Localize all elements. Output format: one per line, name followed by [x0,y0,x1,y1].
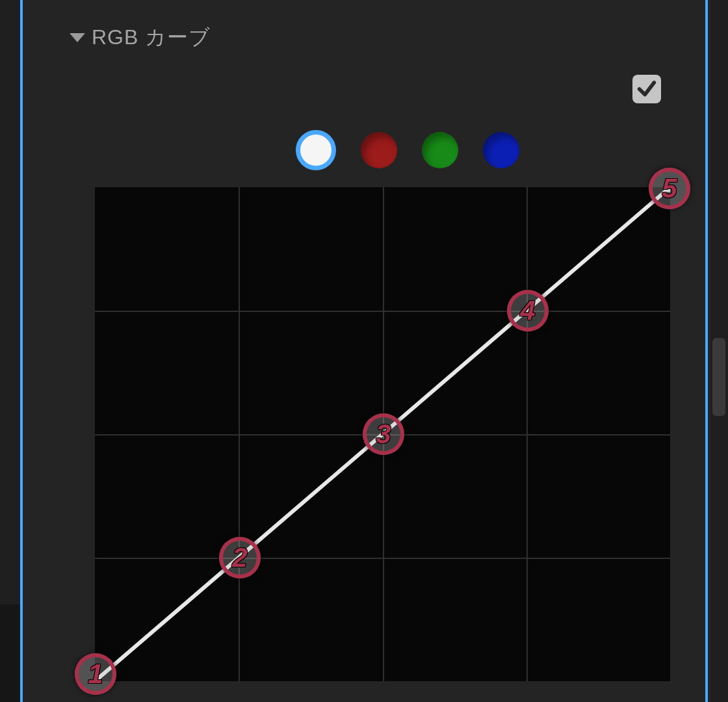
annotation-marker-4: 4 [507,290,549,332]
chevron-down-icon [70,33,85,42]
section-title: RGB カーブ [92,23,211,52]
annotation-label: 5 [662,173,677,204]
scrollbar-track[interactable] [710,0,728,702]
check-icon [636,78,658,100]
enable-checkbox[interactable] [632,75,661,103]
grid-line [95,558,670,559]
scrollbar-thumb[interactable] [712,338,725,416]
channel-blue-button[interactable] [483,132,519,168]
annotation-label: 3 [376,419,391,450]
grid-line [95,311,670,312]
annotation-label: 4 [520,295,535,326]
channel-red-button[interactable] [361,132,397,168]
channel-green-button[interactable] [422,132,458,168]
channel-master-button[interactable] [296,130,336,170]
panel-frame: RGB カーブ 1 2 3 4 5 [20,0,708,702]
annotation-marker-1: 1 [75,653,116,695]
section-header[interactable]: RGB カーブ [70,23,211,52]
annotation-marker-3: 3 [363,413,404,455]
annotation-marker-5: 5 [649,168,690,209]
annotation-label: 1 [88,658,103,690]
left-gutter [0,0,20,604]
annotation-label: 2 [232,542,247,573]
annotation-marker-2: 2 [219,537,261,578]
channel-selector-row [296,130,519,170]
